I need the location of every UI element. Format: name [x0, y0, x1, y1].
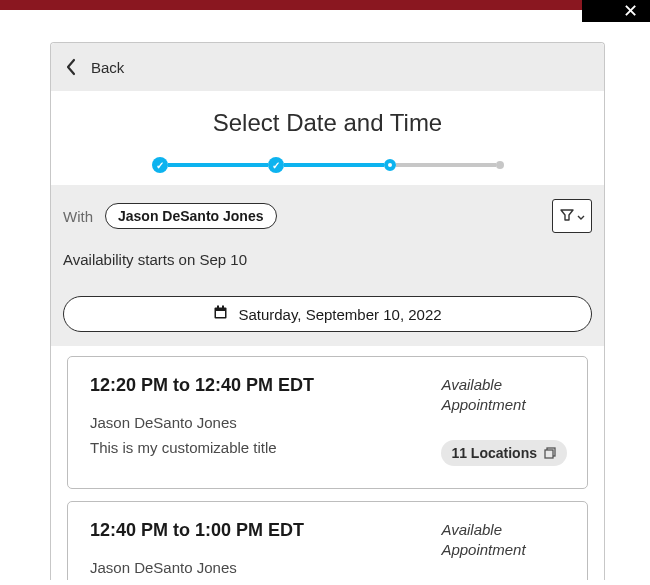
timeslot-list: 12:20 PM to 12:40 PM EDT Jason DeSanto J…	[51, 346, 604, 580]
progress-bar-3	[396, 163, 496, 167]
locations-count-label: 11 Locations	[451, 445, 537, 461]
progress-step-2	[268, 157, 284, 173]
scheduler-modal: Back Select Date and Time With Jason DeS…	[10, 22, 645, 580]
svg-rect-1	[216, 311, 225, 317]
stack-icon	[543, 446, 557, 460]
svg-rect-3	[222, 306, 224, 309]
slot-person: Jason DeSanto Jones	[90, 559, 425, 576]
background-accent	[0, 0, 650, 10]
progress-step-1	[152, 157, 168, 173]
back-bar[interactable]: Back	[51, 43, 604, 91]
availability-badge: AvailableAppointment	[441, 520, 525, 559]
progress-bar-2	[284, 163, 384, 167]
slot-time: 12:40 PM to 1:00 PM EDT	[90, 520, 425, 541]
progress-step-4	[496, 161, 504, 169]
slot-time: 12:20 PM to 12:40 PM EDT	[90, 375, 425, 396]
progress-step-3-current	[384, 159, 396, 171]
close-icon[interactable]: ✕	[623, 2, 638, 20]
locations-badge[interactable]: 11 Locations	[441, 440, 567, 466]
slot-title: This is my customizable title	[90, 439, 425, 456]
availability-note: Availability starts on Sep 10	[63, 251, 592, 268]
filter-band: With Jason DeSanto Jones Availability st…	[51, 185, 604, 286]
caret-down-icon	[577, 209, 585, 224]
scheduler-panel: Back Select Date and Time With Jason DeS…	[50, 42, 605, 580]
availability-badge: AvailableAppointment	[441, 375, 525, 414]
funnel-icon	[560, 208, 574, 225]
selected-date-label: Saturday, September 10, 2022	[238, 306, 441, 323]
chevron-left-icon	[65, 55, 81, 79]
back-label: Back	[91, 59, 124, 76]
filter-button[interactable]	[552, 199, 592, 233]
svg-rect-5	[545, 450, 553, 458]
page-title: Select Date and Time	[51, 109, 604, 137]
progress-bar-1	[168, 163, 268, 167]
with-row: With Jason DeSanto Jones	[63, 199, 592, 233]
title-area: Select Date and Time	[51, 91, 604, 143]
date-picker-button[interactable]: Saturday, September 10, 2022	[63, 296, 592, 332]
slot-person: Jason DeSanto Jones	[90, 414, 425, 431]
advisor-chip[interactable]: Jason DeSanto Jones	[105, 203, 277, 229]
step-progress	[51, 143, 604, 185]
timeslot-card[interactable]: 12:40 PM to 1:00 PM EDT Jason DeSanto Jo…	[67, 501, 588, 580]
with-label: With	[63, 208, 93, 225]
svg-rect-2	[217, 306, 219, 309]
calendar-icon	[213, 305, 228, 323]
background-corner	[582, 0, 650, 22]
timeslot-card[interactable]: 12:20 PM to 12:40 PM EDT Jason DeSanto J…	[67, 356, 588, 489]
date-picker-row: Saturday, September 10, 2022	[51, 286, 604, 346]
